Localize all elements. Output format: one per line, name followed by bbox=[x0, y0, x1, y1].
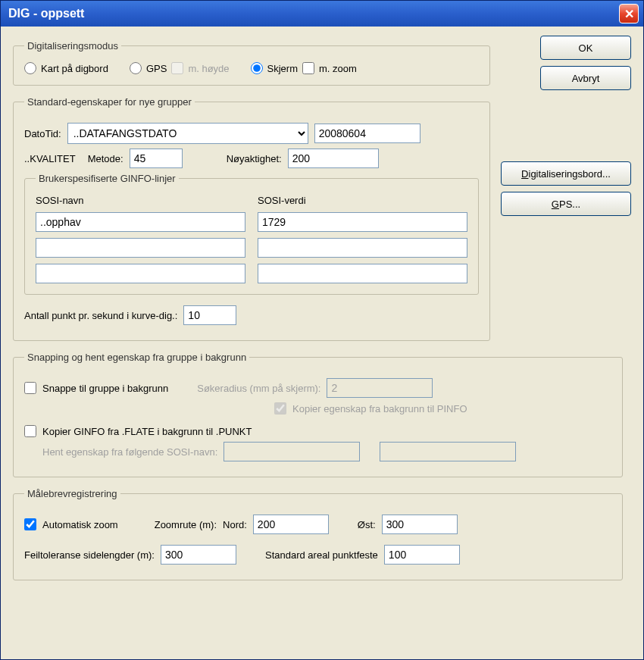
sokeradius-input bbox=[327, 378, 433, 398]
kart-label: Kart på digbord bbox=[41, 63, 108, 74]
malebrev-group: Målebrevregistrering Automatisk zoom Zoo… bbox=[13, 488, 623, 580]
kart-radio[interactable] bbox=[24, 62, 36, 74]
ost-input[interactable] bbox=[382, 515, 458, 534]
metode-input[interactable] bbox=[130, 149, 183, 168]
digitizing-board-button[interactable]: Digitaliseringsbord... bbox=[501, 161, 631, 186]
malebrev-legend: Målebrevregistrering bbox=[24, 488, 120, 499]
window-title: DIG - oppsett bbox=[8, 7, 619, 20]
std-areal-label: Standard areal punktfeste bbox=[265, 549, 378, 561]
sosi-navn-2[interactable] bbox=[36, 238, 245, 258]
digitizing-mode-group: Digitaliseringsmodus Kart på digbord GPS… bbox=[13, 40, 490, 86]
titlebar: DIG - oppsett ✕ bbox=[1, 1, 643, 27]
auto-zoom-label: Automatisk zoom bbox=[42, 519, 118, 530]
hent-egenskap-label: Hent egenskap fra følgende SOSI-navn: bbox=[42, 446, 217, 458]
ok-button[interactable]: OK bbox=[540, 36, 631, 60]
mhoyde-checkbox bbox=[171, 62, 183, 74]
sosi-verdi-3[interactable] bbox=[258, 264, 467, 283]
zoomrute-label: Zoomrute (m): bbox=[155, 519, 217, 530]
feiltoleranse-label: Feiltoleranse sidelengder (m): bbox=[24, 549, 155, 561]
antall-punkt-input[interactable] bbox=[183, 305, 236, 325]
close-button[interactable]: ✕ bbox=[619, 4, 639, 23]
noyaktighet-label: Nøyaktighet: bbox=[227, 153, 282, 164]
skjerm-label: Skjerm bbox=[267, 63, 298, 74]
dialog-window: DIG - oppsett ✕ OK Avbryt Digitalisering… bbox=[0, 0, 644, 660]
dato-input[interactable] bbox=[314, 124, 420, 143]
hent-egenskap-input-1 bbox=[224, 442, 360, 461]
standard-properties-group: Standard-egenskaper for nye grupper Dato… bbox=[13, 96, 490, 341]
close-icon: ✕ bbox=[624, 7, 634, 21]
ginfo-group: Brukerspesifiserte GINFO-linjer SOSI-nav… bbox=[24, 173, 479, 295]
metode-label: Metode: bbox=[88, 153, 123, 164]
hent-egenskap-input-2 bbox=[380, 442, 516, 461]
snappe-label: Snappe til gruppe i bakgrunn bbox=[42, 383, 168, 394]
sosi-navn-1[interactable] bbox=[36, 212, 245, 232]
auto-zoom-checkbox[interactable] bbox=[24, 518, 36, 530]
sosi-navn-header: SOSI-navn bbox=[36, 195, 245, 206]
std-areal-input[interactable] bbox=[384, 545, 460, 565]
dialog-content: OK Avbryt Digitaliseringsmodus Kart på d… bbox=[1, 27, 643, 600]
sosi-verdi-1[interactable] bbox=[258, 212, 467, 232]
kopier-egenskap-label: Kopier egenskap fra bakgrunn til PINFO bbox=[292, 403, 467, 414]
mhoyde-label: m. høyde bbox=[188, 63, 229, 74]
datotid-select[interactable]: ..DATAFANGSTDATO bbox=[67, 123, 308, 144]
kopier-ginfo-label: Kopier GINFO fra .FLATE i bakgrunn til .… bbox=[42, 426, 252, 437]
cancel-button[interactable]: Avbryt bbox=[540, 66, 631, 90]
ost-label: Øst: bbox=[358, 519, 376, 530]
datotid-label: DatoTid: bbox=[24, 128, 61, 139]
kopier-ginfo-checkbox[interactable] bbox=[24, 425, 36, 437]
noyaktighet-input[interactable] bbox=[288, 149, 379, 168]
snapping-group: Snapping og hent egenskap fra gruppe i b… bbox=[13, 352, 623, 477]
ginfo-legend: Brukerspesifiserte GINFO-linjer bbox=[36, 173, 179, 184]
snappe-checkbox[interactable] bbox=[24, 382, 36, 394]
nord-input[interactable] bbox=[253, 515, 329, 534]
mzoom-label: m. zoom bbox=[319, 63, 357, 74]
gps-button[interactable]: GPS... bbox=[501, 192, 631, 216]
antall-punkt-label: Antall punkt pr. sekund i kurve-dig.: bbox=[24, 310, 177, 321]
nord-label: Nord: bbox=[223, 519, 247, 530]
skjerm-radio[interactable] bbox=[251, 62, 263, 74]
snapping-legend: Snapping og hent egenskap fra gruppe i b… bbox=[24, 352, 249, 363]
kvalitet-label: ..KVALITET bbox=[24, 153, 76, 164]
sosi-verdi-2[interactable] bbox=[258, 238, 467, 258]
gps-radio[interactable] bbox=[130, 62, 142, 74]
digitizing-mode-legend: Digitaliseringsmodus bbox=[24, 40, 121, 52]
mzoom-checkbox[interactable] bbox=[302, 62, 314, 74]
standard-properties-legend: Standard-egenskaper for nye grupper bbox=[24, 96, 195, 108]
gps-label: GPS bbox=[146, 63, 167, 74]
kopier-egenskap-checkbox bbox=[274, 402, 286, 414]
sosi-verdi-header: SOSI-verdi bbox=[258, 195, 467, 206]
feiltoleranse-input[interactable] bbox=[161, 545, 236, 565]
sosi-navn-3[interactable] bbox=[36, 264, 245, 283]
sokeradius-label: Søkeradius (mm på skjerm): bbox=[197, 383, 320, 394]
